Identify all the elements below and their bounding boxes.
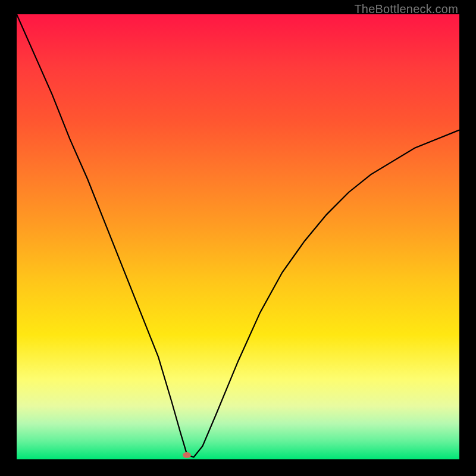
plot-area: [17, 14, 459, 459]
bottleneck-curve: [17, 14, 459, 459]
optimal-marker: [183, 452, 191, 458]
chart-frame: TheBottleneck.com: [0, 0, 476, 476]
attribution-text: TheBottleneck.com: [354, 2, 458, 16]
